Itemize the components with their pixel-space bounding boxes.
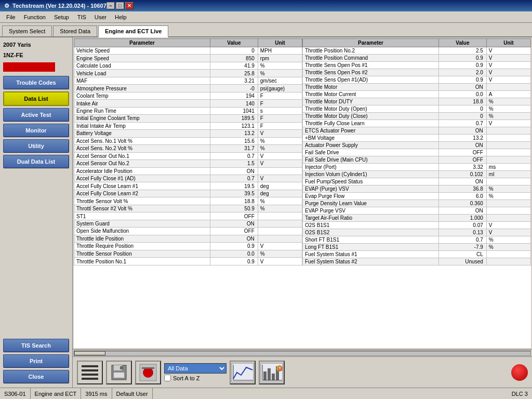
table-row: Intake Air140F <box>74 100 302 107</box>
close-button[interactable]: Close <box>3 370 69 383</box>
param-cell: Initial Engine Coolant Temp <box>74 115 210 122</box>
unit-cell: % <box>486 113 530 120</box>
value-cell: 123.1 <box>210 122 258 129</box>
unit-cell: V <box>258 258 302 265</box>
data-table-area[interactable]: Parameter Value Unit Vehicle Speed0MPHEn… <box>74 38 531 348</box>
table-row: Vehicle Load25.8% <box>74 70 302 77</box>
filter-dropdown[interactable]: All Data Custom <box>164 363 227 374</box>
active-test-button[interactable]: Active Test <box>3 108 69 122</box>
right-param-header: Parameter <box>303 39 439 47</box>
table-row: Open Side MalfunctionOFF <box>74 228 302 235</box>
menu-help[interactable]: Help <box>111 13 131 21</box>
monitor-button[interactable]: Monitor <box>3 124 69 137</box>
param-cell: Throttle Sensor Position <box>74 250 210 257</box>
svg-rect-3 <box>82 378 98 380</box>
menu-file[interactable]: File <box>2 13 20 21</box>
param-cell: Injection Volum (Cylinder1) <box>303 171 439 178</box>
unit-cell: A <box>486 91 530 98</box>
param-cell: Fail Safe Drive <box>303 149 439 156</box>
horizontal-scrollbar[interactable] <box>73 349 532 356</box>
filter-dropdown-container: All Data Custom Sort A to Z <box>164 363 227 381</box>
unit-cell: F <box>258 115 302 122</box>
unit-cell: ms <box>486 164 530 171</box>
save-icon-button[interactable] <box>106 361 132 384</box>
value-cell: 0 <box>439 113 487 120</box>
table-row: Throttle Idle PositionON <box>74 235 302 242</box>
unit-cell: ml <box>486 171 530 178</box>
menu-tis[interactable]: TIS <box>73 13 90 21</box>
unit-cell: V <box>258 243 302 250</box>
tis-search-button[interactable]: TIS Search <box>3 339 69 352</box>
unit-cell: % <box>258 197 302 205</box>
param-cell: Throttle Motor Current <box>303 91 439 98</box>
param-cell: Throttle Fully Close Learn <box>303 120 439 127</box>
value-cell: 1.5 <box>210 160 258 167</box>
tab-stored-data[interactable]: Stored Data <box>53 25 97 36</box>
table-row: ST1OFF <box>74 212 302 220</box>
unit-cell: % <box>258 137 302 144</box>
table-row: Battery Voltage13.2V <box>74 130 302 137</box>
record-icon-button[interactable] <box>135 361 161 384</box>
stop-button[interactable] <box>511 364 528 381</box>
utility-button[interactable]: Utility <box>3 139 69 153</box>
menu-setup[interactable]: Setup <box>50 13 73 21</box>
svg-rect-1 <box>82 369 98 371</box>
param-cell: Engine Run Time <box>74 107 210 114</box>
table-row: Throttle Require Position0.9V <box>74 243 302 250</box>
value-cell: -7.9 <box>439 244 487 251</box>
table-row: Throttle Motor DUTY18.8% <box>303 98 531 105</box>
table-row: Throttle Position Command0.9V <box>303 55 531 62</box>
param-cell: Engine Speed <box>74 55 210 62</box>
table-row: Fuel System Status #2Unused <box>303 258 531 265</box>
value-cell: 0.9 <box>439 76 487 84</box>
param-cell: Accel Fully Close Learn #1 <box>74 182 210 190</box>
unit-cell <box>486 200 530 207</box>
maximize-button[interactable]: □ <box>116 2 124 9</box>
unit-cell <box>258 167 302 175</box>
value-cell: 41.9 <box>210 62 258 69</box>
unit-cell: F <box>258 122 302 129</box>
value-cell: 0.9 <box>210 243 258 250</box>
tabbar: System Select Stored Data Engine and ECT… <box>0 23 532 37</box>
menu-function[interactable]: Function <box>20 13 50 21</box>
table-row: Throttle Position No.10.9V <box>74 258 302 265</box>
status-system: Engine and ECT <box>31 388 82 399</box>
table-row: Accel Sens. No.1 Volt %15.6% <box>74 137 302 144</box>
value-cell: 2.5 <box>439 47 487 55</box>
param-cell: ST1 <box>74 212 210 220</box>
value-cell: 850 <box>210 55 258 62</box>
unit-cell: rpm <box>258 55 302 62</box>
param-cell: Throttle Sens Open Pos #2 <box>303 69 439 76</box>
left-value-header: Value <box>210 39 258 47</box>
tab-system-select[interactable]: System Select <box>2 25 52 36</box>
trouble-codes-button[interactable]: Trouble Codes <box>3 76 69 89</box>
line-chart-button[interactable] <box>230 361 256 384</box>
value-cell: 194 <box>210 92 258 99</box>
table-row: Long FT B1S1-7.9% <box>303 244 531 251</box>
dual-data-list-button[interactable]: Dual Data List <box>3 155 69 168</box>
data-list-button[interactable]: Data List <box>3 91 69 106</box>
param-cell: Purge Density Learn Value <box>303 200 439 207</box>
value-cell: 1041 <box>210 107 258 114</box>
bar-chart-button[interactable]: ⛽ <box>259 361 285 384</box>
param-cell: Accel Sensor Out No.1 <box>74 152 210 159</box>
value-cell: 189.5 <box>210 115 258 122</box>
close-window-button[interactable]: ✕ <box>125 2 134 9</box>
value-cell: ON <box>439 142 487 149</box>
value-cell: ON <box>210 235 258 242</box>
app-icon: ⚙ <box>4 3 9 9</box>
list-icon-button[interactable] <box>77 361 103 384</box>
tab-engine-ect-live[interactable]: Engine and ECT Live <box>98 25 168 37</box>
sort-checkbox[interactable] <box>164 375 171 381</box>
print-button[interactable]: Print <box>3 354 69 368</box>
unit-cell: % <box>486 185 530 193</box>
unit-cell: V <box>258 175 302 182</box>
table-row: Throttle Motor Current0.0A <box>303 91 531 98</box>
right-value-header: Value <box>439 39 487 47</box>
menu-user[interactable]: User <box>90 13 111 21</box>
minimize-button[interactable]: − <box>107 2 115 9</box>
value-cell: ON <box>439 84 487 91</box>
unit-cell: % <box>258 70 302 77</box>
value-cell: OFF <box>439 156 487 164</box>
unit-cell: V <box>486 55 530 62</box>
